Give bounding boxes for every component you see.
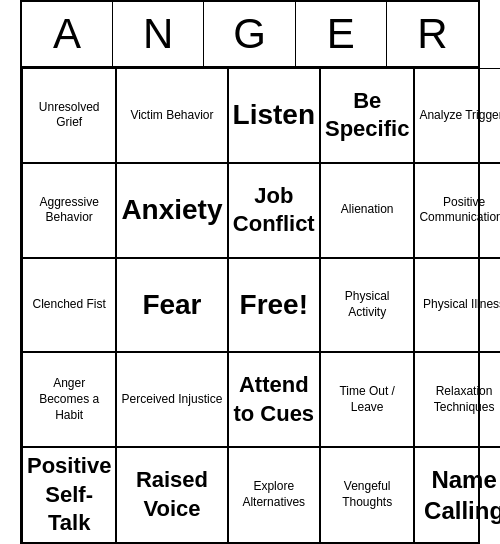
- cell-r4-c0: Positive Self-Talk: [22, 447, 116, 542]
- cell-r4-c4: Name Calling: [414, 447, 500, 542]
- cell-r3-c0: Anger Becomes a Habit: [22, 352, 116, 447]
- bingo-card: ANGER Unresolved GriefVictim BehaviorLis…: [20, 0, 480, 544]
- cell-r4-c3: Vengeful Thoughts: [320, 447, 414, 542]
- cell-r0-c4: Analyze Triggers: [414, 68, 500, 163]
- cell-r1-c4: Positive Communications: [414, 163, 500, 258]
- cell-r0-c2: Listen: [228, 68, 320, 163]
- header-letter: A: [22, 2, 113, 66]
- cell-r1-c2: Job Conflict: [228, 163, 320, 258]
- cell-r1-c0: Aggressive Behavior: [22, 163, 116, 258]
- header-letter: N: [113, 2, 204, 66]
- cell-r3-c1: Perceived Injustice: [116, 352, 227, 447]
- header-letter: G: [204, 2, 295, 66]
- cell-r0-c0: Unresolved Grief: [22, 68, 116, 163]
- bingo-grid: Unresolved GriefVictim BehaviorListenBe …: [22, 68, 478, 542]
- cell-r0-c3: Be Specific: [320, 68, 414, 163]
- cell-r1-c1: Anxiety: [116, 163, 227, 258]
- cell-r2-c3: Physical Activity: [320, 258, 414, 353]
- header-letter: E: [296, 2, 387, 66]
- cell-r2-c1: Fear: [116, 258, 227, 353]
- cell-r2-c0: Clenched Fist: [22, 258, 116, 353]
- cell-r1-c3: Alienation: [320, 163, 414, 258]
- cell-r0-c1: Victim Behavior: [116, 68, 227, 163]
- cell-r3-c4: Relaxation Techniques: [414, 352, 500, 447]
- cell-r4-c1: Raised Voice: [116, 447, 227, 542]
- cell-r2-c4: Physical Illness: [414, 258, 500, 353]
- header-letter: R: [387, 2, 478, 66]
- cell-r3-c2: Attend to Cues: [228, 352, 320, 447]
- bingo-header: ANGER: [22, 2, 478, 68]
- cell-r2-c2: Free!: [228, 258, 320, 353]
- cell-r4-c2: Explore Alternatives: [228, 447, 320, 542]
- cell-r3-c3: Time Out / Leave: [320, 352, 414, 447]
